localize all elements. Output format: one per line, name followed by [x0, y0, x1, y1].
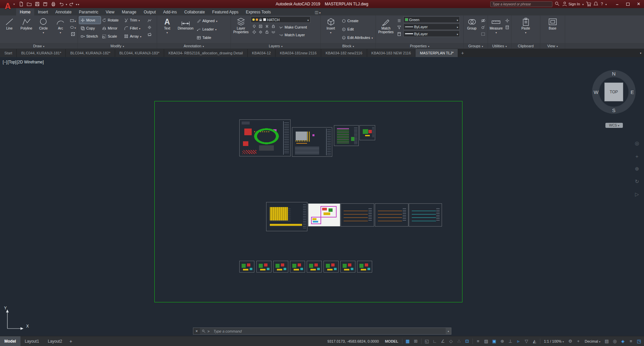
- drawing-sheet[interactable]: [292, 127, 332, 157]
- new-layout-button[interactable]: +: [66, 336, 75, 346]
- tab-collaborate[interactable]: Collaborate: [181, 8, 208, 15]
- zoom-icon[interactable]: ⊕: [633, 165, 641, 172]
- id-point-button[interactable]: [504, 18, 511, 23]
- workspace-switching-icon[interactable]: ⚙: [566, 338, 574, 345]
- insert-block-button[interactable]: Insert: [322, 16, 339, 35]
- group-button[interactable]: Group: [465, 16, 479, 30]
- edit-block-button[interactable]: Edit: [340, 26, 374, 33]
- isometric-drafting-icon[interactable]: ◇: [447, 338, 455, 345]
- circle-button[interactable]: Circle: [36, 16, 52, 35]
- ortho-mode-icon[interactable]: ∟: [431, 338, 439, 345]
- doc-tab-blc044-183[interactable]: BLC044, KURANJI-183*: [115, 49, 164, 57]
- panel-title-clipboard[interactable]: Clipboard: [511, 43, 540, 49]
- close-button[interactable]: [633, 0, 644, 8]
- doc-tab-kba034-183new[interactable]: KBA034-183 NEW 2116: [367, 49, 416, 57]
- layer-walk-button[interactable]: [270, 29, 277, 35]
- panel-title-modify[interactable]: Modify: [78, 43, 157, 49]
- group-selection-button[interactable]: [480, 31, 486, 37]
- search-input[interactable]: [490, 1, 552, 7]
- quick-calc-button[interactable]: [504, 24, 511, 30]
- erase-button[interactable]: [146, 31, 153, 37]
- tab-annotate[interactable]: Annotate: [52, 8, 75, 15]
- units-control[interactable]: Decimal: [583, 339, 602, 343]
- gizmo-icon[interactable]: ◭: [531, 338, 538, 345]
- model-space-canvas[interactable]: [−] [Top] [2D Wireframe] N S W E TOP WCS…: [0, 57, 644, 336]
- tab-insert[interactable]: Insert: [34, 8, 52, 15]
- undo-icon[interactable]: [58, 1, 65, 7]
- infer-constraints-icon[interactable]: ◱: [423, 338, 431, 345]
- drawing-sheet-siteplan[interactable]: [239, 119, 291, 156]
- notification-bell-icon[interactable]: [593, 1, 598, 7]
- lineweight-icon[interactable]: ≡: [475, 338, 482, 345]
- panel-title-layers[interactable]: Layers: [231, 43, 320, 49]
- drawing-sheet-small[interactable]: [307, 261, 322, 273]
- minimize-button[interactable]: [612, 0, 623, 8]
- layout2-tab[interactable]: Layout2: [43, 336, 66, 346]
- rectangle-button[interactable]: [69, 18, 76, 23]
- selection-cycling-icon[interactable]: ▣: [491, 338, 498, 345]
- panel-title-properties[interactable]: Properties: [376, 43, 463, 49]
- dynamic-input-icon[interactable]: ▹: [515, 338, 522, 345]
- rotate-button[interactable]: Rotate: [101, 16, 123, 24]
- viewport-visual-style-control[interactable]: [2D Wireframe]: [17, 60, 44, 64]
- doc-tab-kba034-182new[interactable]: KBA034-182 new2116: [321, 49, 367, 57]
- app-store-cart-icon[interactable]: [586, 1, 591, 7]
- doc-tab-blc044-182[interactable]: BLC044, KURANJI-182*: [66, 49, 115, 57]
- ungroup-button[interactable]: [480, 18, 486, 23]
- match-properties-button[interactable]: Match Properties: [377, 16, 395, 34]
- transparency-icon[interactable]: ▨: [483, 338, 490, 345]
- command-input[interactable]: Type a command: [213, 329, 446, 333]
- tab-view[interactable]: View: [102, 8, 118, 15]
- group-edit-button[interactable]: [480, 24, 486, 30]
- layer-freeze-button[interactable]: [263, 23, 270, 29]
- array-button[interactable]: Array: [123, 33, 145, 40]
- line-button[interactable]: Line: [1, 16, 17, 30]
- quick-properties-icon[interactable]: ▤: [603, 338, 610, 345]
- create-block-button[interactable]: Create: [340, 17, 374, 24]
- panel-title-groups[interactable]: Groups: [464, 43, 488, 49]
- layer-properties-button[interactable]: Layer Properties: [232, 16, 250, 34]
- tab-parametric[interactable]: Parametric: [75, 8, 102, 15]
- drawing-sheet-small[interactable]: [239, 261, 254, 273]
- stretch-button[interactable]: Stretch: [79, 33, 101, 40]
- doc-tab-masterplan[interactable]: MASTERPLAN TLJ*: [415, 49, 458, 57]
- drawing-sheet-profile[interactable]: [341, 203, 374, 227]
- layer-thaw-button[interactable]: [257, 29, 264, 35]
- properties-palette-button[interactable]: [396, 31, 402, 37]
- table-button[interactable]: Table: [195, 34, 219, 41]
- viewcube-east[interactable]: E: [631, 89, 634, 95]
- drawing-sheet-profile[interactable]: [409, 203, 442, 227]
- app-menu-caret-icon[interactable]: ▾: [13, 3, 15, 6]
- drawing-sheet[interactable]: [308, 203, 340, 227]
- panel-title-draw[interactable]: Draw: [0, 43, 78, 49]
- edit-attributes-button[interactable]: Edit Attributes: [340, 34, 374, 41]
- make-current-button[interactable]: Make Current: [278, 23, 308, 31]
- redo-icon[interactable]: [68, 1, 75, 7]
- explode-button[interactable]: [146, 24, 153, 30]
- snap-mode-icon[interactable]: ⊞: [412, 338, 419, 345]
- doc-tabs-overflow-icon[interactable]: [637, 49, 644, 57]
- tab-express-tools[interactable]: Express Tools: [242, 8, 274, 15]
- wcs-selector[interactable]: WCS: [605, 123, 623, 128]
- layer-unlock-button[interactable]: [263, 29, 270, 35]
- help-caret-icon[interactable]: [605, 2, 607, 6]
- tab-output[interactable]: Output: [140, 8, 159, 15]
- scale-button[interactable]: Scale: [101, 33, 123, 40]
- open-file-icon[interactable]: [26, 1, 33, 7]
- panel-title-view[interactable]: View: [540, 43, 565, 49]
- panel-title-utilities[interactable]: Utilities: [488, 43, 511, 49]
- command-history-scroll-icon[interactable]: [446, 328, 451, 334]
- command-close-icon[interactable]: [193, 328, 200, 334]
- drawing-sheet-small[interactable]: [256, 261, 271, 273]
- object-snap-tracking-icon[interactable]: ∴: [455, 338, 463, 345]
- save-as-icon[interactable]: [42, 1, 49, 7]
- doc-tab-start[interactable]: Start: [0, 49, 17, 57]
- layer-thaw-sun-icon[interactable]: [256, 18, 258, 21]
- model-space-toggle[interactable]: MODEL: [383, 339, 400, 343]
- viewport-menu-control[interactable]: [−]: [3, 60, 7, 64]
- drawing-sheet[interactable]: [359, 125, 375, 140]
- polar-tracking-icon[interactable]: ∠: [439, 338, 447, 345]
- layer-lock-icon[interactable]: [259, 18, 262, 21]
- showmotion-icon[interactable]: ▷: [633, 191, 641, 198]
- help-icon[interactable]: ?: [601, 2, 603, 6]
